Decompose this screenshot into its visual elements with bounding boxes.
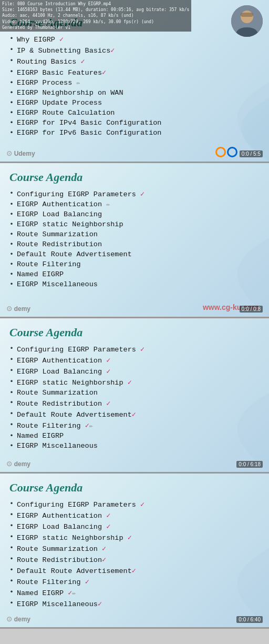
udemy-logo: ⊙ Udemy xyxy=(6,149,35,157)
pencil-icon: ✏ xyxy=(106,201,110,208)
panel-2: Course Agenda Configuring EIGRP Paramete… xyxy=(0,163,269,318)
file-info: File: 080 Course Introduction Why EIGRP.… xyxy=(0,0,191,32)
udemy-logo-4: ⊙ demy xyxy=(6,615,30,623)
list-item: Configuring EIGRP Parameters ✓ xyxy=(9,188,260,199)
avatar xyxy=(231,5,263,37)
list-item: Route Redistribution✓ xyxy=(9,554,260,565)
panel-3-title: Course Agenda xyxy=(9,326,260,339)
check-icon: ✓ xyxy=(98,600,102,608)
list-item: Route Summarization ✓ xyxy=(9,543,260,554)
list-item: EIGRP Basic Features✓ xyxy=(9,67,260,78)
list-item: Route Filtering ✓ xyxy=(9,576,260,587)
check-icon: ✓ xyxy=(106,512,110,520)
logo-circle-orange xyxy=(215,147,226,157)
list-item: Route Summarization xyxy=(9,229,260,239)
pencil-icon: ✏ xyxy=(89,422,93,430)
udemy-icon: ⊙ xyxy=(6,305,12,313)
panel-4: Course Agenda Configuring EIGRP Paramete… xyxy=(0,474,269,629)
check-icon: ✓ xyxy=(140,190,144,198)
list-item: EIGRP Load Balancing ✓ xyxy=(9,521,260,532)
check-icon: ✓ xyxy=(106,357,110,365)
list-item: EIGRP Authentication ✓ xyxy=(9,355,260,366)
check-icon: ✓ xyxy=(132,411,136,419)
udemy-logo-3: ⊙ demy xyxy=(6,460,30,468)
check-icon: ✓ xyxy=(85,578,89,586)
check-icon: ✓ xyxy=(106,523,110,531)
list-item: EIGRP Load Balancing ✓ xyxy=(9,366,260,377)
pencil-icon: ✏ xyxy=(72,590,76,597)
timecode-2: 0:0 / 0:8 xyxy=(240,306,263,313)
svg-rect-2 xyxy=(241,13,253,17)
timecode-4: 0:0 / 6:40 xyxy=(236,616,263,623)
list-item: Why EIGRP ✓ xyxy=(9,34,260,45)
list-item: EIGRP Route Calculation xyxy=(9,108,260,118)
list-item: Route Redistribution ✓ xyxy=(9,398,260,409)
timecode-3: 0:0 / 6:18 xyxy=(236,461,263,468)
list-item: EIGRP Miscellaneous xyxy=(9,441,260,451)
panel-4-title: Course Agenda xyxy=(9,481,260,495)
list-item: EIGRP static Neighborship xyxy=(9,219,260,229)
panel-3: Course Agenda Configuring EIGRP Paramete… xyxy=(0,318,269,474)
oo-logo xyxy=(215,147,237,157)
list-item: Route Redistribution xyxy=(9,239,260,249)
list-item: EIGRP for IPv6 Basic Configuration xyxy=(9,128,260,138)
check-icon: ✓ xyxy=(85,422,89,430)
panel-2-title: Course Agenda xyxy=(9,170,260,184)
list-item: EIGRP Miscellaneous✓ xyxy=(9,598,260,609)
udemy-icon: ⊙ xyxy=(6,460,12,468)
list-item: Default Route Advertisement✓ xyxy=(9,409,260,420)
check-icon: ✓ xyxy=(59,36,64,44)
list-item: EIGRP Authentication ✏ xyxy=(9,199,260,209)
check-icon: ✓ xyxy=(110,47,115,55)
check-icon: ✓ xyxy=(102,69,106,77)
list-item: Configuring EIGRP Parameters ✓ xyxy=(9,344,260,355)
logo-circle-blue xyxy=(227,147,237,157)
panel-3-list: Configuring EIGRP Parameters ✓ EIGRP Aut… xyxy=(9,344,260,451)
udemy-icon: ⊙ xyxy=(6,149,12,157)
check-icon: ✓ xyxy=(102,545,106,553)
list-item: EIGRP for IPv4 Basic Configuration xyxy=(9,118,260,128)
list-item: EIGRP static Neighborship ✓ xyxy=(9,377,260,388)
list-item: Routing Basics ✓ xyxy=(9,56,260,67)
list-item: EIGRP Load Balancing xyxy=(9,209,260,219)
timecode-1: 0:0 / 5:5 xyxy=(240,150,263,157)
check-icon: ✓ xyxy=(140,501,144,509)
panel-4-list: Configuring EIGRP Parameters ✓ EIGRP Aut… xyxy=(9,499,260,609)
list-item: Route Filtering ✓✏ xyxy=(9,420,260,431)
panel-1: File: 080 Course Introduction Why EIGRP.… xyxy=(0,0,269,163)
list-item: EIGRP static Neighborship ✓ xyxy=(9,532,260,543)
check-icon: ✓ xyxy=(106,368,110,376)
list-item: EIGRP Process ✏ xyxy=(9,78,260,88)
list-item: Named EIGRP xyxy=(9,431,260,441)
check-icon: ✓ xyxy=(81,58,85,66)
check-icon: ✓ xyxy=(106,400,110,408)
udemy-icon: ⊙ xyxy=(6,615,12,623)
list-item: Named EIGRP ✓✏ xyxy=(9,587,260,598)
panel-2-list: Configuring EIGRP Parameters ✓ EIGRP Aut… xyxy=(9,188,260,289)
list-item: Default Route Advertisement✓ xyxy=(9,565,260,576)
list-item: Default Route Advertisement xyxy=(9,249,260,259)
check-icon: ✓ xyxy=(132,567,136,575)
list-item: EIGRP Miscellaneous xyxy=(9,279,260,289)
check-icon: ✓ xyxy=(128,379,132,387)
list-item: EIGRP Authentication ✓ xyxy=(9,510,260,521)
list-item: EIGRP Neighborship on WAN xyxy=(9,88,260,98)
panel-1-list: Why EIGRP ✓ IP & Subnetting Basics✓ Rout… xyxy=(9,34,260,138)
check-icon: ✓ xyxy=(140,346,144,354)
check-icon: ✓ xyxy=(102,556,106,564)
list-item: IP & Subnetting Basics✓ xyxy=(9,45,260,56)
list-item: Route Summarization xyxy=(9,388,260,398)
check-icon: ✓ xyxy=(128,534,132,542)
list-item: Route Filtering xyxy=(9,259,260,269)
list-item: EIGRP Update Process xyxy=(9,98,260,108)
list-item: Named EIGRP xyxy=(9,269,260,279)
udemy-logo-2: ⊙ demy xyxy=(6,305,30,313)
list-item: Configuring EIGRP Parameters ✓ xyxy=(9,499,260,510)
pencil-icon: ✏ xyxy=(76,79,80,87)
